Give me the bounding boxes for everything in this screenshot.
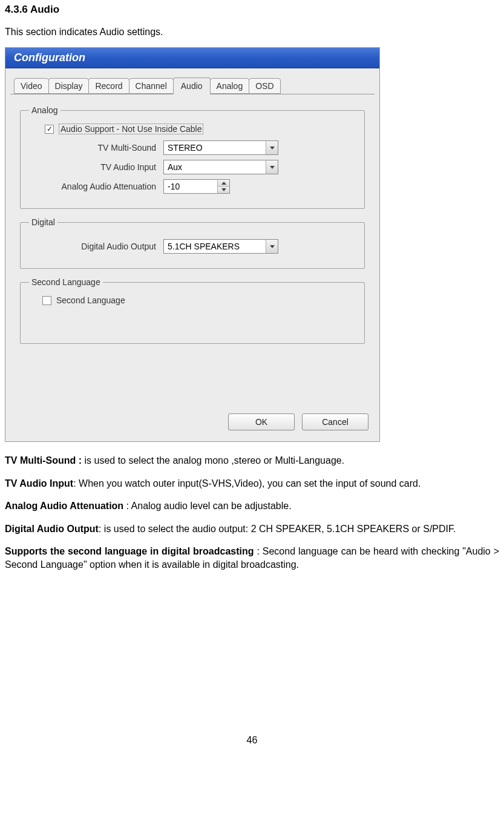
section-heading: 4.3.6 Audio [5,4,499,16]
spinner-up-icon[interactable] [218,180,229,187]
digital-output-label: Digital Audio Output [29,242,156,251]
audio-support-row: Audio Support - Not Use Inside Cable [45,123,356,134]
desc-tv-audio-input: TV Audio Input: When you watch outer inp… [5,477,499,490]
tv-multi-sound-value: STEREO [168,143,203,153]
second-language-checkbox[interactable] [42,296,51,305]
group-second-language: Second Language Second Language [20,277,365,344]
tv-multi-sound-label: TV Multi-Sound [29,143,156,153]
digital-output-value: 5.1CH SPEAKERS [168,242,240,251]
tab-channel[interactable]: Channel [129,78,174,94]
group-analog-legend: Analog [29,105,61,115]
tab-video[interactable]: Video [14,78,49,94]
tv-audio-input-value: Aux [168,162,182,172]
second-language-label: Second Language [56,295,125,305]
tab-analog[interactable]: Analog [210,78,250,94]
desc-digital-output: Digital Audio Output: is used to select … [5,522,499,536]
group-analog: Analog Audio Support - Not Use Inside Ca… [20,105,365,209]
group-digital-legend: Digital [29,217,57,227]
chevron-down-icon [266,240,278,253]
second-language-row: Second Language [42,295,356,305]
ok-button[interactable]: OK [228,413,295,430]
tab-osd[interactable]: OSD [249,78,280,94]
audio-support-checkbox[interactable] [45,125,54,134]
chevron-down-icon [266,160,278,174]
config-window: Configuration Video Display Record Chann… [5,47,380,442]
window-title: Configuration [5,48,379,68]
spinner-down-icon[interactable] [218,187,229,194]
dialog-button-row: OK Cancel [5,409,379,430]
chevron-down-icon [266,141,278,154]
desc-second-language: Supports the second language in digital … [5,545,499,571]
section-intro: This section indicates Audio settings. [5,27,499,38]
attenuation-spinner[interactable]: -10 [163,179,230,194]
page-number: 46 [5,735,499,746]
tv-multi-sound-select[interactable]: STEREO [163,140,278,155]
desc-tv-multi-sound: TV Multi-Sound : is used to select the a… [5,454,499,467]
audio-support-label: Audio Support - Not Use Inside Cable [59,123,203,134]
tab-panel-audio: Analog Audio Support - Not Use Inside Ca… [10,94,375,409]
digital-output-select[interactable]: 5.1CH SPEAKERS [163,239,278,254]
tv-audio-input-label: TV Audio Input [29,162,156,172]
group-digital: Digital Digital Audio Output 5.1CH SPEAK… [20,217,365,269]
tv-audio-input-select[interactable]: Aux [163,160,278,174]
tab-record[interactable]: Record [88,78,129,94]
desc-attenuation: Analog Audio Attenuation : Analog audio … [5,499,499,513]
attenuation-label: Analog Audio Attenuation [29,182,156,191]
tab-display[interactable]: Display [48,78,90,94]
tab-audio[interactable]: Audio [173,77,211,94]
tab-strip: Video Display Record Channel Audio Analo… [5,68,379,94]
group-second-language-legend: Second Language [29,277,103,287]
cancel-button[interactable]: Cancel [302,413,368,430]
attenuation-value: -10 [168,182,180,191]
